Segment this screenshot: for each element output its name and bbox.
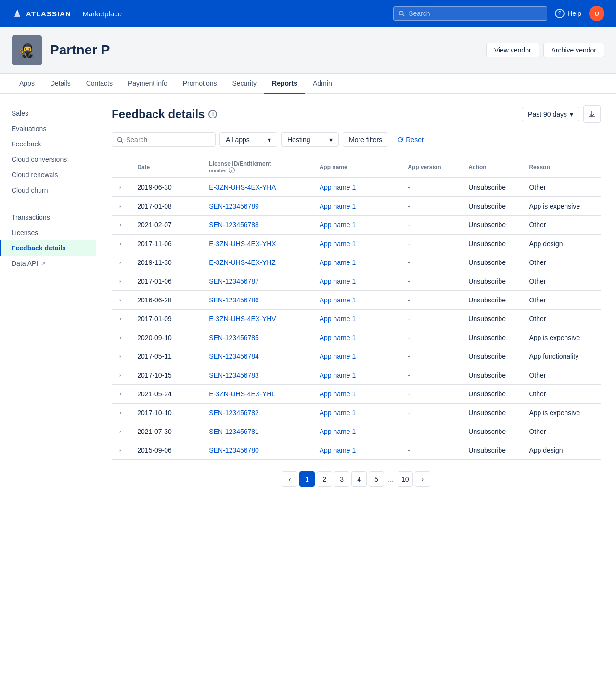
expand-row-button[interactable]: › <box>117 277 123 286</box>
page-5-button[interactable]: 5 <box>369 471 384 487</box>
search-bar[interactable] <box>393 6 547 21</box>
expand-row-button[interactable]: › <box>117 427 123 436</box>
license-link[interactable]: SEN-123456786 <box>209 296 259 304</box>
expand-row-button[interactable]: › <box>117 314 123 323</box>
cell-action: Unsubscribe <box>462 178 523 197</box>
hosting-filter[interactable]: Hosting ▾ <box>281 132 339 147</box>
info-icon[interactable]: i <box>208 110 217 118</box>
license-link[interactable]: SEN-123456780 <box>209 446 259 454</box>
app-name-link[interactable]: App name 1 <box>320 183 356 191</box>
expand-row-button[interactable]: › <box>117 408 123 417</box>
help-button[interactable]: ? Help <box>555 9 581 18</box>
license-link[interactable]: SEN-123456782 <box>209 409 259 417</box>
expand-row-button[interactable]: › <box>117 258 123 267</box>
app-name-link[interactable]: App name 1 <box>320 296 356 304</box>
expand-row-button[interactable]: › <box>117 352 123 361</box>
license-link[interactable]: SEN-123456784 <box>209 353 259 360</box>
page-2-button[interactable]: 2 <box>317 471 332 487</box>
sidebar-item-evaluations[interactable]: Evaluations <box>0 121 96 136</box>
sidebar-item-feedback[interactable]: Feedback <box>0 136 96 152</box>
app-name-link[interactable]: App name 1 <box>320 428 356 435</box>
app-name-link[interactable]: App name 1 <box>320 221 356 229</box>
expand-row-button[interactable]: › <box>117 371 123 379</box>
expand-row-button[interactable]: › <box>117 390 123 398</box>
sidebar-item-feedback-details[interactable]: Feedback details <box>0 240 96 256</box>
tab-contacts[interactable]: Contacts <box>78 74 120 94</box>
header-right-controls: Past 90 days ▾ <box>522 105 601 123</box>
license-link[interactable]: E-3ZN-UHS-4EX-YHZ <box>209 259 275 266</box>
sidebar-item-sales[interactable]: Sales <box>0 105 96 121</box>
sidebar-item-cloud-churn[interactable]: Cloud churn <box>0 183 96 198</box>
app-name-link[interactable]: App name 1 <box>320 446 356 454</box>
user-avatar[interactable]: U <box>589 6 604 21</box>
tab-admin[interactable]: Admin <box>305 74 340 94</box>
expand-row-button[interactable]: › <box>117 296 123 304</box>
view-vendor-button[interactable]: View vendor <box>486 43 539 57</box>
cell-date: 2020-09-10 <box>131 328 203 347</box>
page-title-text: Feedback details <box>112 107 205 121</box>
app-name-link[interactable]: App name 1 <box>320 334 356 341</box>
more-filters-button[interactable]: More filters <box>343 132 388 147</box>
license-link[interactable]: SEN-123456783 <box>209 371 259 379</box>
license-info-icon[interactable]: i <box>229 167 235 173</box>
tab-payment-info[interactable]: Payment info <box>120 74 175 94</box>
sidebar-item-data-api[interactable]: Data API ↗ <box>0 256 96 271</box>
expand-row-button[interactable]: › <box>117 221 123 229</box>
expand-row-button[interactable]: › <box>117 333 123 342</box>
app-name-link[interactable]: App name 1 <box>320 371 356 379</box>
license-link[interactable]: E-3ZN-UHS-4EX-YHL <box>209 390 275 398</box>
license-link[interactable]: SEN-123456785 <box>209 334 259 341</box>
tab-reports[interactable]: Reports <box>264 74 305 94</box>
tab-security[interactable]: Security <box>225 74 265 94</box>
cell-reason: App design <box>523 441 601 460</box>
archive-vendor-button[interactable]: Archive vendor <box>543 43 604 57</box>
tab-details[interactable]: Details <box>42 74 78 94</box>
page-10-button[interactable]: 10 <box>398 471 413 487</box>
expand-row-button[interactable]: › <box>117 183 123 192</box>
app-name-link[interactable]: App name 1 <box>320 277 356 285</box>
table-search-input[interactable] <box>126 136 210 144</box>
license-link[interactable]: E-3ZN-UHS-4EX-YHV <box>209 315 276 323</box>
sidebar-item-licenses[interactable]: Licenses <box>0 225 96 240</box>
app-name-link[interactable]: App name 1 <box>320 353 356 360</box>
expand-row-button[interactable]: › <box>117 239 123 248</box>
page-4-button[interactable]: 4 <box>351 471 367 487</box>
sidebar-item-transactions[interactable]: Transactions <box>0 209 96 225</box>
external-link-icon: ↗ <box>41 261 45 267</box>
license-link[interactable]: SEN-123456781 <box>209 428 259 435</box>
app-name-link[interactable]: App name 1 <box>320 390 356 398</box>
sidebar-item-cloud-conversions[interactable]: Cloud conversions <box>0 152 96 167</box>
license-link[interactable]: SEN-123456789 <box>209 202 259 210</box>
reset-button[interactable]: Reset <box>392 133 428 146</box>
tab-promotions[interactable]: Promotions <box>175 74 225 94</box>
table-row: › 2017-10-10 SEN-123456782 App name 1 - … <box>112 404 601 422</box>
app-name-link[interactable]: App name 1 <box>320 409 356 417</box>
download-button[interactable] <box>583 105 601 123</box>
license-link[interactable]: E-3ZN-UHS-4EX-YHA <box>209 183 276 191</box>
license-link[interactable]: SEN-123456787 <box>209 277 259 285</box>
page-3-button[interactable]: 3 <box>334 471 349 487</box>
page-1-button[interactable]: 1 <box>299 471 315 487</box>
cell-app-version: - <box>402 197 462 216</box>
cell-app-name: App name 1 <box>314 328 402 347</box>
search-input[interactable] <box>409 10 542 17</box>
prev-page-button[interactable]: ‹ <box>282 471 297 487</box>
app-name-link[interactable]: App name 1 <box>320 202 356 210</box>
cell-action: Unsubscribe <box>462 216 523 235</box>
expand-row-button[interactable]: › <box>117 202 123 210</box>
app-name-link[interactable]: App name 1 <box>320 315 356 323</box>
app-name-link[interactable]: App name 1 <box>320 259 356 266</box>
expand-row-button[interactable]: › <box>117 446 123 455</box>
date-range-button[interactable]: Past 90 days ▾ <box>522 107 579 121</box>
app-name-link[interactable]: App name 1 <box>320 240 356 248</box>
next-page-button[interactable]: › <box>415 471 430 487</box>
vendor-avatar: 🥷 <box>12 35 42 65</box>
sidebar-item-cloud-renewals[interactable]: Cloud renewals <box>0 167 96 183</box>
all-apps-filter[interactable]: All apps ▾ <box>219 132 277 147</box>
tab-apps[interactable]: Apps <box>12 74 42 94</box>
cell-app-version: - <box>402 253 462 272</box>
brand-logo[interactable]: ATLASSIAN | Marketplace <box>12 8 122 19</box>
license-link[interactable]: SEN-123456788 <box>209 221 259 229</box>
search-filter[interactable] <box>112 132 216 147</box>
license-link[interactable]: E-3ZN-UHS-4EX-YHX <box>209 240 276 248</box>
